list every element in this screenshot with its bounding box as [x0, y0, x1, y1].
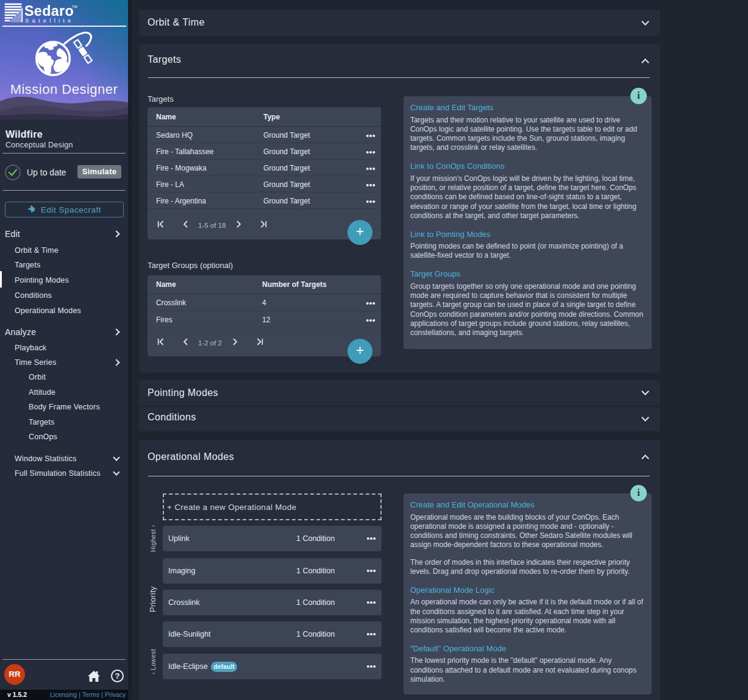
svg-text:Satellite: Satellite: [25, 17, 74, 24]
svg-text:TM: TM: [72, 5, 77, 9]
